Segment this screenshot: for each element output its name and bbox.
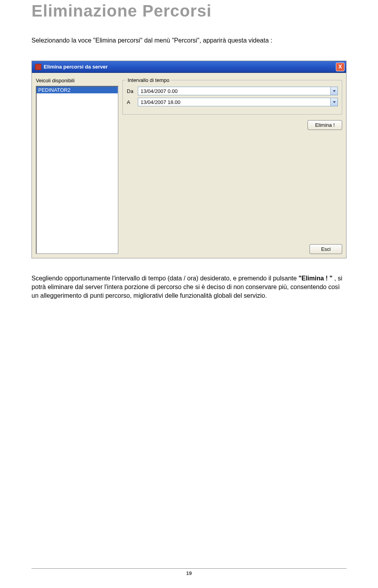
to-combobox[interactable]: 13/04/2007 18.00 bbox=[138, 98, 338, 106]
interval-legend: Intervallo di tempo bbox=[126, 77, 171, 83]
titlebar-text: Elimina percorsi da server bbox=[44, 64, 336, 70]
page-footer: 19 bbox=[32, 568, 346, 576]
from-label: Da bbox=[127, 88, 138, 94]
from-combobox[interactable]: 13/04/2007 0.00 bbox=[138, 87, 338, 95]
intro-text: Selezionando la voce "Elimina percorsi" … bbox=[32, 36, 346, 45]
dialog-body: Veicoli disponibili PEDINATOR2 Intervall… bbox=[32, 73, 346, 258]
page-number: 19 bbox=[186, 570, 192, 576]
vehicles-listbox[interactable]: PEDINATOR2 bbox=[36, 86, 119, 254]
from-dropdown-button[interactable] bbox=[330, 87, 337, 95]
to-label: A bbox=[127, 99, 138, 105]
vehicles-label: Veicoli disponibili bbox=[36, 78, 119, 83]
to-value: 13/04/2007 18.00 bbox=[138, 99, 330, 105]
interval-fieldset: Intervallo di tempo Da 13/04/2007 0.00 A… bbox=[122, 80, 342, 115]
page-title: Eliminazione Percorsi bbox=[32, 2, 346, 20]
chevron-down-icon bbox=[333, 90, 336, 92]
row-to: A 13/04/2007 18.00 bbox=[127, 98, 338, 106]
esci-button[interactable]: Esci bbox=[309, 244, 342, 254]
from-value: 13/04/2007 0.00 bbox=[138, 88, 330, 94]
app-icon bbox=[35, 64, 41, 70]
dialog-window: Elimina percorsi da server X Veicoli dis… bbox=[32, 61, 346, 258]
para-pre: Scegliendo opportunamente l'intervallo d… bbox=[32, 275, 298, 282]
to-dropdown-button[interactable] bbox=[330, 98, 337, 106]
row-from: Da 13/04/2007 0.00 bbox=[127, 87, 338, 95]
close-button[interactable]: X bbox=[336, 63, 345, 71]
description-paragraph: Scegliendo opportunamente l'intervallo d… bbox=[32, 274, 346, 300]
chevron-down-icon bbox=[333, 101, 336, 103]
elimina-button[interactable]: Elimina ! bbox=[308, 120, 342, 130]
vehicles-column: Veicoli disponibili PEDINATOR2 bbox=[36, 78, 119, 254]
para-bold: "Elimina ! " bbox=[298, 275, 332, 282]
titlebar: Elimina percorsi da server X bbox=[32, 61, 346, 73]
interval-column: Intervallo di tempo Da 13/04/2007 0.00 A… bbox=[122, 78, 342, 254]
vehicle-item[interactable]: PEDINATOR2 bbox=[37, 87, 118, 93]
